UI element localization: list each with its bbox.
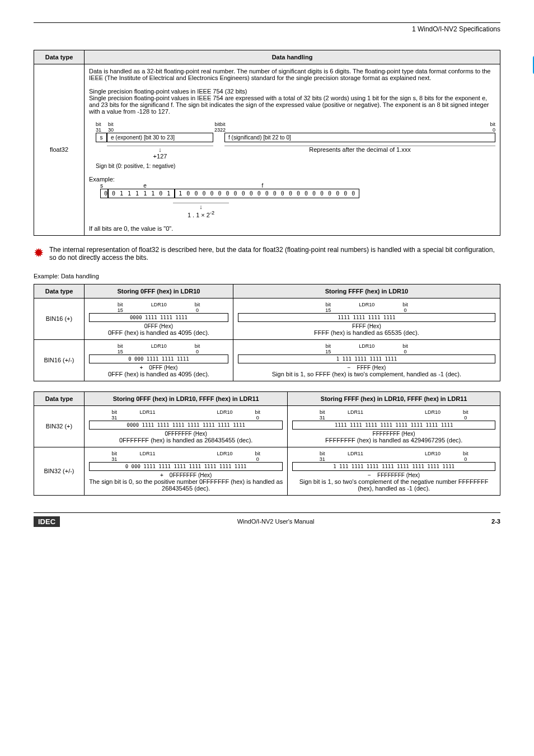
sign: + <box>160 472 163 478</box>
bit15: 15 <box>118 307 123 313</box>
bit-lbl: bit <box>320 409 325 415</box>
bits: 1111 1111 1111 1111 1111 1111 1111 1111 <box>292 421 495 430</box>
bits: 1 111 1111 1111 1111 <box>238 354 495 363</box>
t2-r1c2: bit15 LDR10 bit0 1111 1111 1111 1111 FFF… <box>233 298 500 339</box>
t3-r2c2: bit31 LDR11 LDR10 bit0 1 111 1111 1111 1… <box>288 447 500 495</box>
bitnum: 23 <box>214 127 220 133</box>
decimal-note: Represents after the decimal of 1.xxx <box>309 146 411 153</box>
t3-r2-dt: BIN32 (+/-) <box>34 447 85 495</box>
warning-note: ✹ The internal representation of float32… <box>34 246 500 262</box>
t3-r2c1: bit31 LDR11 LDR10 bit0 0 000 1111 1111 1… <box>85 447 288 495</box>
p-float-intro: Data is handled as a 32-bit floating-poi… <box>89 68 495 81</box>
hex: FFFFFFFF (Hex) <box>292 431 495 437</box>
bitlabel: bit <box>214 122 220 127</box>
sign: − <box>368 472 371 478</box>
bits: 0 000 1111 1111 1111 <box>89 354 228 363</box>
bits: 1111 1111 1111 1111 <box>238 313 495 322</box>
ex-bits-e: 0 1 1 1 1 1 0 1 <box>108 189 175 198</box>
bit31: 31 <box>320 415 325 421</box>
box-sign: s <box>96 133 107 142</box>
bit-lbl: bit <box>112 451 118 456</box>
bit-lbl: bit <box>320 451 325 456</box>
hex: FFFF (Hex) <box>357 365 386 371</box>
bit-lbl: bit <box>463 451 469 456</box>
ldr10-lbl: LDR10 <box>151 343 167 349</box>
bit-lbl: bit <box>118 343 123 349</box>
hex: 0FFFFFFF (Hex) <box>89 431 283 437</box>
bit0: 0 <box>196 307 199 313</box>
bitnum: 0 <box>493 127 495 133</box>
ldr10-lbl: LDR10 <box>217 409 232 415</box>
bits: 1 111 1111 1111 1111 1111 1111 1111 1111 <box>292 462 495 471</box>
bit0: 0 <box>196 349 199 354</box>
ldr10-lbl: LDR10 <box>425 451 441 456</box>
t2-h2: Storing 0FFF (hex) in LDR10 <box>85 284 233 298</box>
bits: 0000 1111 1111 1111 1111 1111 1111 1111 <box>89 421 283 430</box>
warning-icon: ✹ <box>34 246 44 260</box>
signbit-note: Sign bit (0: positive, 1: negative) <box>96 163 495 169</box>
bit0: 0 <box>404 349 406 354</box>
ex-formula: 1 . 1 × 2 <box>188 212 210 218</box>
bit-lbl: bit <box>255 409 260 415</box>
hex: 0FFF (Hex) <box>89 323 228 329</box>
bitlabel: bit <box>108 122 114 127</box>
h-ieee754: Single precision floating-point values i… <box>89 88 495 95</box>
bits: 0 000 1111 1111 1111 1111 1111 1111 1111 <box>89 462 283 471</box>
ex-bits-s: 0 <box>100 189 108 198</box>
ldr10-lbl: LDR10 <box>151 302 167 307</box>
table-float32: Data type Data handling float32 Data is … <box>34 50 500 236</box>
ldr10-lbl: LDR10 <box>425 409 441 415</box>
bit-lbl: bit <box>255 451 260 456</box>
plus127: +127 <box>153 153 167 160</box>
hex: 0FFFFFFF (Hex) <box>170 472 212 478</box>
note-text: The internal representation of float32 i… <box>49 246 500 262</box>
ex-bits-f: 1 0 0 0 0 0 0 0 0 0 0 0 0 0 0 0 0 0 0 0 … <box>175 189 359 198</box>
bit0: 0 <box>256 415 259 421</box>
bit0: 0 <box>404 307 406 313</box>
bit15: 15 <box>325 307 331 313</box>
ldr10-lbl: LDR10 <box>359 302 374 307</box>
sign: − <box>348 365 351 371</box>
box-exponent: e (exponent) [bit 30 to 23] <box>107 133 213 142</box>
bitlabel: bit <box>490 122 495 127</box>
ex-exp: -2 <box>210 210 214 216</box>
bitlabel: bit <box>220 122 226 127</box>
t3-r1c2: bit31 LDR11 LDR10 bit0 1111 1111 1111 11… <box>288 405 500 447</box>
bit-lbl: bit <box>402 302 408 307</box>
desc: FFFFFFFF (hex) is handled as 4294967295 … <box>292 437 495 444</box>
bitlabel: bit <box>96 122 101 127</box>
ldr11-lbl: LDR11 <box>348 451 363 456</box>
bit-lbl: bit <box>325 343 331 349</box>
bit-lbl: bit <box>195 302 200 307</box>
example-heading: Example: <box>89 176 495 183</box>
bit-lbl: bit <box>195 343 200 349</box>
bit-lbl: bit <box>112 409 118 415</box>
bit-lbl: bit <box>325 302 331 307</box>
t3-h2: Storing 0FFF (hex) in LDR10, FFFF (hex) … <box>85 391 288 405</box>
t3-h3: Storing FFFF (hex) in LDR10, FFFF (hex) … <box>288 391 500 405</box>
ex-e: e <box>111 183 179 189</box>
ldr11-lbl: LDR11 <box>139 451 155 456</box>
p-all-zero: If all bits are 0, the value is "0". <box>89 225 495 232</box>
desc: 0FFF (hex) is handled as 4095 (dec). <box>89 329 228 336</box>
footer-logo: IDEC <box>34 516 60 527</box>
table-bin16: Data type Storing 0FFF (hex) in LDR10 St… <box>34 284 500 381</box>
t2-r1c1: bit15 LDR10 bit0 0000 1111 1111 1111 0FF… <box>85 298 233 339</box>
t2-r2c1: bit15 LDR10 bit0 0 000 1111 1111 1111 + … <box>85 339 233 381</box>
t3-r1c1: bit31 LDR11 LDR10 bit0 0000 1111 1111 11… <box>85 405 288 447</box>
t2-h3: Storing FFFF (hex) in LDR10 <box>233 284 500 298</box>
t2-r2-dt: BIN16 (+/-) <box>34 339 85 381</box>
desc: The sign bit is 0, so the positive numbe… <box>89 478 283 492</box>
desc: Sign bit is 1, so two's complement of th… <box>292 478 495 492</box>
bit0: 0 <box>464 415 467 421</box>
col-data-handling: Data handling <box>85 50 500 64</box>
t2-r2c2: bit15 LDR10 bit0 1 111 1111 1111 1111 − … <box>233 339 500 381</box>
bit-lbl: bit <box>463 409 469 415</box>
table-bin32: Data type Storing 0FFF (hex) in LDR10, F… <box>34 391 500 496</box>
p-ieee754-detail: Single precision floating-point values i… <box>89 95 495 115</box>
bit31: 31 <box>320 456 325 462</box>
header-breadcrumb: 1 WindO/I-NV2 Specifications <box>34 25 500 33</box>
cell-float32-desc: Data is handled as a 32-bit floating-poi… <box>85 64 500 236</box>
bits: 0000 1111 1111 1111 <box>89 313 228 322</box>
ldr10-lbl: LDR10 <box>217 451 232 456</box>
